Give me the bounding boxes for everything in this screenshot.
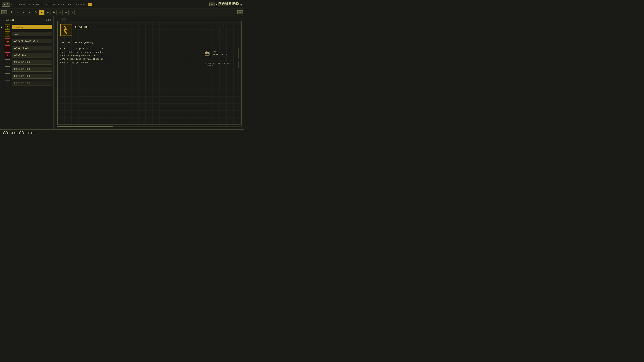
back-label: BACK [9,132,15,134]
status-item-undiscovered-2[interactable]: ▶ ? UNDISCOVERED [1,66,52,73]
toolbox-svg [205,51,210,56]
fix-item: SEALING KIT [213,53,229,56]
cracked-icon [5,24,10,30]
detail-large-icon [60,24,72,36]
l1-label: L1 [6,3,8,5]
detail-cracked-svg [62,25,71,35]
question-symbol-4: ? [7,82,8,85]
select-button[interactable]: ✕ SELECT [19,131,34,135]
dashed-separator [202,44,239,44]
undiscovered-label-3[interactable]: UNDISCOVERED [12,74,52,79]
deco-svg: ⚙ [208,24,232,41]
nav-missions[interactable]: / MISSIONS: [44,3,58,5]
left-panel: STATUSES 5/34 ▶ CRACKED ▶ ⚠ FLAT [0,16,54,129]
heart-symbol: ♥ [7,54,8,57]
flat-symbol: ⚠ [7,32,8,36]
unknown-icon-3: ? [5,73,10,79]
header: ◄ L1 / INVENTORY: / BLUEPRINTS: / MISSIO… [0,0,244,9]
right-arrow-icon: ► [216,3,217,6]
flat-icon: ⚠ [5,31,10,37]
fix-label: FIX: [213,51,229,53]
status-item-flat[interactable]: ▶ ⚠ FLAT [1,30,52,37]
statuses-title: STATUSES [3,19,16,21]
tab-chest[interactable]: ▣ [45,10,50,15]
deco-circle: ⚙ [208,24,232,41]
status-list: ▶ CRACKED ▶ ⚠ FLAT ▶ 🔒 [0,23,54,128]
fix-box: FIX: SEALING KIT [202,48,239,59]
essential-label[interactable]: ESSENTIAL [12,53,52,57]
detail-box: CRACKED The fractures are growing. Glass… [57,21,242,125]
detail-right: ⚙ FIX [202,24,239,122]
essential-icon: ♥ [5,52,10,58]
fix-info: FIX: SEALING KIT [213,51,229,56]
status-item-essential[interactable]: ▶ ♥ ESSENTIAL [1,52,52,59]
l2-button[interactable]: L2 [1,10,7,14]
r1-button[interactable]: R1 [209,2,214,6]
nav-inventory[interactable]: / INVENTORY: [11,3,26,5]
undiscovered-label-2[interactable]: UNDISCOVERED [12,67,52,71]
l1-button[interactable]: ◄ L1 [2,2,10,7]
tab-sun[interactable]: ✺ [27,10,32,15]
unknown-icon-1: ? [5,59,10,65]
tab-bug[interactable]: ✦ [21,10,26,15]
status-item-loose-wheel[interactable]: ▶ ↻ LOOSE WHEEL [1,44,52,52]
nav-logbook[interactable]: / LOGBOOK: [74,3,86,5]
right-panel: CRACKED The fractures are growing. Glass… [55,16,244,129]
unknown-icon-2: ? [5,66,10,72]
r2-button[interactable]: R2 [237,10,243,14]
question-symbol-1: ? [7,61,8,64]
undiscovered-label-1[interactable]: UNDISCOVERED [12,60,52,64]
tab-paint[interactable]: ⬢ [51,10,56,15]
locked-label[interactable]: LOCKED: HEAVY-DUTY [12,39,52,43]
svg-point-1 [215,27,225,37]
locked-icon: 🔒 [5,38,10,44]
loose-icon: ↻ [5,45,10,51]
detail-description-2: Glass is a fragile material. It'sinevita… [60,47,199,64]
arrow-icon: ▶ [1,26,3,28]
lock-symbol: 🔒 [6,39,9,43]
select-circle-icon: ✕ [19,131,24,135]
tab-shield[interactable]: ⬡ [33,10,38,15]
back-circle-icon: ○ [3,131,8,135]
nav-blueprints[interactable]: / BLUEPRINTS: [27,3,44,5]
tab-card[interactable]: ▤ [57,10,62,15]
main-content: STATUSES 5/34 ▶ CRACKED ▶ ⚠ FLAT [0,16,244,129]
nav-bar: / INVENTORY: / BLUEPRINTS: / MISSIONS: /… [11,3,92,6]
cracked-label[interactable]: CRACKED [12,25,52,29]
question-symbol-3: ? [7,75,8,78]
loose-wheel-label[interactable]: LOOSE WHEEL [12,46,52,50]
unknown-icon-4: ? [5,80,10,86]
paused-title: PAUSED [218,1,239,6]
detail-title-row: CRACKED [60,24,199,38]
status-item-undiscovered-1[interactable]: ▶ ? UNDISCOVERED [1,59,52,66]
mail-icon [88,3,92,6]
status-item-cracked[interactable]: ▶ CRACKED [1,23,52,30]
profile-icon: ◉ [240,2,242,6]
tab-figure[interactable]: ⚙ [15,10,20,15]
svg-point-0 [213,25,228,40]
tab-circle[interactable]: ◎ [69,10,75,15]
flat-label[interactable]: FLAT [12,32,52,36]
detail-scrollbar[interactable] [57,126,242,127]
detail-left: CRACKED The fractures are growing. Glass… [60,24,199,122]
loose-symbol: ↻ [7,46,8,50]
select-label: SELECT [25,132,34,134]
cracked-svg [6,25,10,29]
nav-routemap[interactable]: / ROUTE MAP: [58,3,73,5]
tab-question[interactable]: ? [9,10,14,15]
undiscovered-label-4[interactable]: UNDISCOVERED [12,81,52,86]
unlock-box: UNLOCK AT FABRICATION STATION [202,61,239,68]
status-item-locked[interactable]: ▶ 🔒 LOCKED: HEAVY-DUTY [1,37,52,44]
status-item-undiscovered-3[interactable]: ▶ ? UNDISCOVERED [1,73,52,80]
statuses-count: 5/34 [46,19,51,21]
tab-bar: L2 ? ⚙ ✦ ✺ ⬡ ◆ ▣ ⬢ ▤ ⊞ ◎ R2 [0,9,244,16]
status-item-partial[interactable]: ▶ ? UNDISCOVERED [1,80,52,87]
tab-diamond[interactable]: ◆ [39,10,44,15]
statuses-header: STATUSES 5/34 [0,17,54,23]
question-symbol-2: ? [7,68,8,71]
left-arrow-icon: ◄ [4,3,5,6]
tab-map[interactable]: ⊞ [63,10,68,15]
scrollbar-thumb [58,126,113,127]
unlock-label: UNLOCK AT FABRICATION STATION [204,62,231,66]
back-button[interactable]: ○ BACK [3,131,15,135]
